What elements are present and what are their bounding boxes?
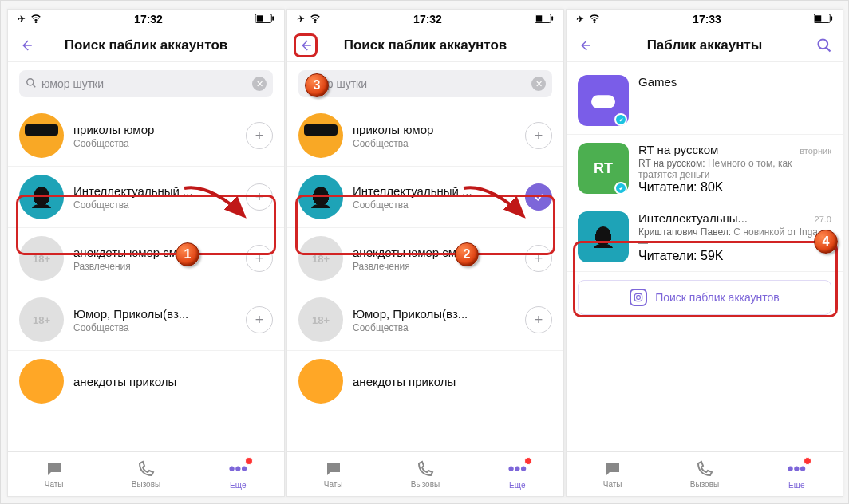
back-button[interactable]	[14, 33, 38, 57]
search-text: юмор шутки	[41, 77, 247, 90]
add-button[interactable]: +	[525, 245, 552, 272]
result-row[interactable]: 18+ Юмор, Приколы(вз... Сообщества +	[287, 289, 563, 351]
avatar: 18+	[298, 297, 343, 342]
status-time: 17:32	[413, 13, 442, 26]
tab-chats[interactable]: Чаты	[287, 452, 379, 496]
avatar	[298, 359, 343, 404]
svg-point-21	[610, 101, 613, 104]
add-button[interactable]: +	[246, 245, 273, 272]
tab-more[interactable]: ••• Ещё	[751, 452, 843, 496]
search-input[interactable]: юмор шутки ✕	[19, 70, 273, 97]
tab-calls[interactable]: Вызовы	[658, 452, 750, 496]
avatar: 18+	[298, 236, 343, 281]
row-date: 27.0	[815, 215, 831, 224]
row-sub: Сообщества	[353, 138, 515, 149]
clear-icon[interactable]: ✕	[531, 77, 546, 91]
tab-label: Ещё	[230, 481, 246, 490]
added-button[interactable]	[525, 183, 552, 211]
add-button[interactable]: +	[525, 122, 552, 149]
tab-calls[interactable]: Вызовы	[100, 452, 192, 496]
svg-rect-14	[831, 16, 832, 21]
verified-badge	[614, 113, 627, 126]
search-publics-label: Поиск паблик аккаунтов	[655, 291, 780, 304]
back-button-highlighted[interactable]	[294, 33, 318, 57]
back-button[interactable]	[573, 33, 597, 57]
tab-more[interactable]: ••• Ещё	[472, 452, 563, 496]
row-title: приколы юмор	[353, 123, 515, 136]
result-row[interactable]: приколы юмор Сообщества +	[287, 105, 563, 167]
title-bar: Поиск паблик аккаунтов	[8, 29, 284, 62]
search-button[interactable]	[812, 33, 836, 57]
wifi-icon	[589, 13, 600, 26]
result-row[interactable]: анекдоты приколы	[287, 351, 563, 411]
result-row[interactable]: 18+ Юмор, Приколы(вз... Сообщества +	[8, 289, 284, 351]
screen-3: ✈ 17:33 Паблик аккаунты Games	[566, 9, 843, 497]
publics-list: Games RT RT на русском вторник RT на рус…	[567, 62, 843, 451]
svg-rect-3	[257, 15, 263, 21]
row-sub: RT на русском: Немного о том, как тратят…	[638, 158, 831, 180]
page-title: Поиск паблик аккаунтов	[38, 37, 254, 53]
clear-icon[interactable]: ✕	[252, 77, 267, 91]
svg-rect-19	[594, 100, 599, 103]
avatar	[578, 211, 629, 262]
add-button[interactable]: +	[246, 183, 273, 211]
result-row[interactable]: приколы юмор Сообщества +	[8, 105, 284, 167]
tab-chats[interactable]: Чаты	[8, 452, 100, 496]
result-row[interactable]: 18+ анекдоты юмор см... Развлечения +	[287, 228, 563, 289]
svg-point-16	[819, 39, 828, 49]
svg-rect-15	[815, 15, 821, 21]
row-title: анекдоты приколы	[73, 375, 273, 388]
notification-dot	[245, 457, 253, 465]
tab-label: Чаты	[45, 480, 64, 489]
battery-icon	[814, 14, 833, 26]
row-sub: Сообщества	[73, 199, 236, 211]
result-row-highlighted[interactable]: Интеллектуальный ... Сообщества	[287, 167, 563, 228]
tab-label: Чаты	[324, 480, 343, 489]
tab-chats[interactable]: Чаты	[567, 452, 658, 496]
status-bar: ✈ 17:33	[567, 10, 843, 29]
tab-bar: Чаты Вызовы ••• Ещё	[8, 451, 284, 496]
avatar	[298, 113, 343, 158]
add-button[interactable]: +	[246, 306, 273, 333]
result-row[interactable]: 18+ анекдоты юмор см... Развлечения +	[8, 228, 284, 289]
marker-1: 1	[176, 242, 199, 266]
tab-label: Ещё	[788, 481, 804, 490]
public-row[interactable]: Games	[567, 67, 843, 135]
screen-2: ✈ 17:32 Поиск паблик аккаунтов ор шутки …	[286, 9, 564, 497]
svg-point-12	[594, 21, 594, 22]
svg-point-0	[35, 21, 36, 22]
tab-label: Вызовы	[690, 480, 719, 489]
add-button[interactable]: +	[525, 306, 552, 333]
row-title: Games	[638, 75, 677, 89]
battery-icon	[255, 14, 274, 26]
notification-dot	[524, 457, 532, 465]
status-time: 17:33	[693, 13, 721, 26]
row-sub: Развлечения	[353, 261, 515, 272]
search-publics-button[interactable]: Поиск паблик аккаунтов	[578, 280, 831, 315]
marker-4: 4	[814, 230, 838, 254]
search-input[interactable]: ор шутки ✕	[298, 70, 552, 97]
row-date: вторник	[800, 146, 831, 156]
row-sub: Сообщества	[353, 322, 515, 333]
tab-calls[interactable]: Вызовы	[379, 452, 471, 496]
results-list: приколы юмор Сообщества + Интеллектуальн…	[8, 105, 284, 451]
public-row[interactable]: RT RT на русском вторник RT на русском: …	[567, 135, 843, 203]
result-row-highlighted[interactable]: Интеллектуальный ... Сообщества +	[8, 167, 284, 228]
status-bar: ✈ 17:32	[287, 10, 563, 29]
row-title: анекдоты юмор см...	[353, 246, 515, 259]
result-row[interactable]: анекдоты приколы	[8, 351, 284, 411]
row-readers: Читатели: 59K	[638, 249, 831, 263]
public-row-highlighted[interactable]: Интеллектуальны... 27.0 Криштапович Паве…	[567, 203, 843, 272]
add-button[interactable]: +	[246, 122, 273, 149]
results-list: приколы юмор Сообщества + Интеллектуальн…	[287, 105, 563, 451]
row-title: приколы юмор	[73, 123, 236, 136]
svg-point-4	[27, 78, 34, 85]
status-bar: ✈ 17:32	[8, 10, 284, 29]
row-title: Интеллектуальны...	[638, 211, 748, 225]
svg-rect-23	[635, 293, 642, 301]
svg-point-11	[314, 187, 328, 201]
airplane-icon: ✈	[576, 14, 584, 25]
svg-point-20	[607, 99, 610, 102]
tab-more[interactable]: ••• Ещё	[192, 452, 284, 496]
row-title: Интеллектуальный ...	[73, 184, 236, 198]
